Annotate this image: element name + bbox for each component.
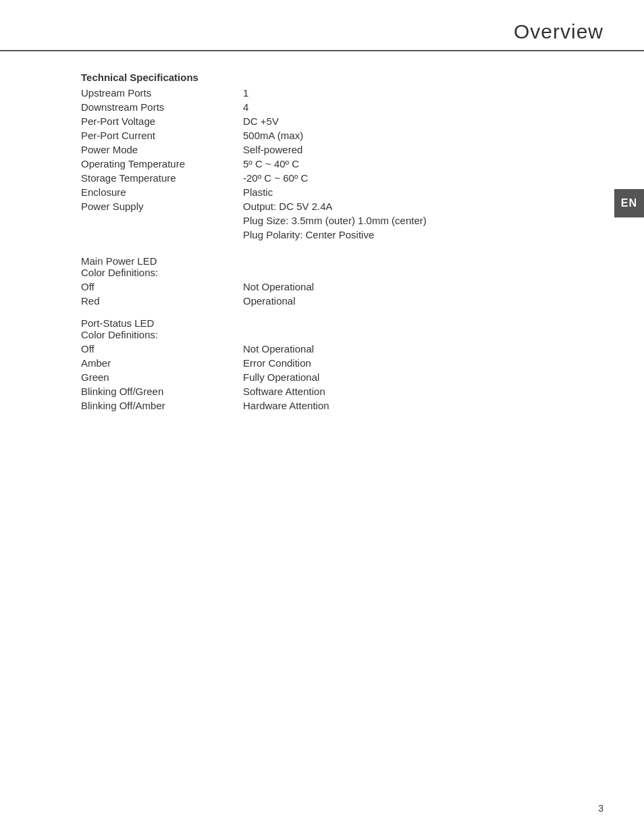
section-title: Technical Specifications <box>81 72 563 83</box>
spec-row: Per-Port Current500mA (max) <box>81 128 563 142</box>
spec-label: Downstream Ports <box>81 100 243 114</box>
spec-value: Plug Size: 3.5mm (outer) 1.0mm (center) <box>243 213 563 228</box>
led-color-value: Fully Operational <box>243 370 563 384</box>
spec-value: Output: DC 5V 2.4A <box>243 199 563 213</box>
spec-row: Storage Temperature-20º C ~ 60º C <box>81 171 563 185</box>
led-sub-heading: Color Definitions: <box>81 267 563 278</box>
page-container: Overview EN Technical Specifications Ups… <box>0 0 644 834</box>
led-color-value: Error Condition <box>243 356 563 370</box>
spec-label: Power Mode <box>81 142 243 157</box>
led-color-label: Green <box>81 370 243 384</box>
led-color-value: Hardware Attention <box>243 398 563 413</box>
led-row: OffNot Operational <box>81 342 563 356</box>
led-section: Port-Status LEDColor Definitions:OffNot … <box>81 317 563 413</box>
led-table: OffNot OperationalRedOperational <box>81 280 563 308</box>
spec-value: Plug Polarity: Center Positive <box>243 228 563 242</box>
spec-value: 500mA (max) <box>243 128 563 142</box>
led-row: AmberError Condition <box>81 356 563 370</box>
spec-label: Power Supply <box>81 199 243 213</box>
led-heading: Main Power LED <box>81 255 563 267</box>
spec-row: Per-Port VoltageDC +5V <box>81 114 563 128</box>
led-color-label: Blinking Off/Green <box>81 384 243 398</box>
spec-value: Self-powered <box>243 142 563 157</box>
spec-row: Upstream Ports1 <box>81 86 563 100</box>
led-table: OffNot OperationalAmberError ConditionGr… <box>81 342 563 413</box>
led-row: OffNot Operational <box>81 280 563 294</box>
led-row: Blinking Off/AmberHardware Attention <box>81 398 563 413</box>
spec-row: Operating Temperature5º C ~ 40º C <box>81 157 563 171</box>
spec-value: 5º C ~ 40º C <box>243 157 563 171</box>
spec-value: 1 <box>243 86 563 100</box>
specs-table: Upstream Ports1Downstream Ports4Per-Port… <box>81 86 563 242</box>
spec-label: Upstream Ports <box>81 86 243 100</box>
spec-label: Per-Port Voltage <box>81 114 243 128</box>
led-sections: Main Power LEDColor Definitions:OffNot O… <box>81 255 563 413</box>
page-number: 3 <box>598 803 603 814</box>
spec-value: DC +5V <box>243 114 563 128</box>
led-row: GreenFully Operational <box>81 370 563 384</box>
led-color-value: Not Operational <box>243 280 563 294</box>
technical-specs-section: Technical Specifications Upstream Ports1… <box>81 72 563 242</box>
page-header: Overview <box>0 0 644 51</box>
spec-label: Per-Port Current <box>81 128 243 142</box>
led-section: Main Power LEDColor Definitions:OffNot O… <box>81 255 563 308</box>
led-sub-heading: Color Definitions: <box>81 329 563 340</box>
led-color-label: Red <box>81 294 243 308</box>
page-title: Overview <box>514 20 603 43</box>
spec-row: Downstream Ports4 <box>81 100 563 114</box>
spec-row: EnclosurePlastic <box>81 185 563 199</box>
led-color-value: Not Operational <box>243 342 563 356</box>
spec-label <box>81 228 243 242</box>
spec-label: Storage Temperature <box>81 171 243 185</box>
led-color-label: Off <box>81 342 243 356</box>
led-heading: Port-Status LED <box>81 317 563 329</box>
spec-label: Operating Temperature <box>81 157 243 171</box>
led-row: Blinking Off/GreenSoftware Attention <box>81 384 563 398</box>
spec-row: Plug Size: 3.5mm (outer) 1.0mm (center) <box>81 213 563 228</box>
spec-row: Power ModeSelf-powered <box>81 142 563 157</box>
spec-row: Power SupplyOutput: DC 5V 2.4A <box>81 199 563 213</box>
led-color-label: Blinking Off/Amber <box>81 398 243 413</box>
spec-value: -20º C ~ 60º C <box>243 171 563 185</box>
language-tab: EN <box>614 189 644 217</box>
led-color-value: Operational <box>243 294 563 308</box>
spec-value: 4 <box>243 100 563 114</box>
spec-label <box>81 213 243 228</box>
led-color-label: Amber <box>81 356 243 370</box>
led-row: RedOperational <box>81 294 563 308</box>
led-color-value: Software Attention <box>243 384 563 398</box>
main-content: Technical Specifications Upstream Ports1… <box>0 65 644 449</box>
spec-value: Plastic <box>243 185 563 199</box>
spec-row: Plug Polarity: Center Positive <box>81 228 563 242</box>
spec-label: Enclosure <box>81 185 243 199</box>
led-color-label: Off <box>81 280 243 294</box>
